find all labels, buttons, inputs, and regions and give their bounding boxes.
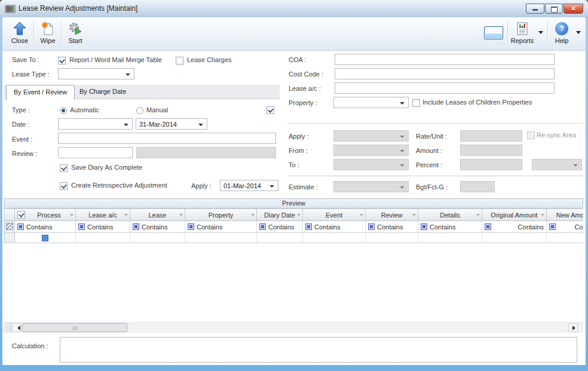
chevron-down-icon [576,31,581,36]
filter-cell-event[interactable]: Contains [303,221,366,233]
filter-type-icon[interactable] [17,223,24,230]
save-to-label: Save To : [12,56,39,63]
toolbar-wipe-button[interactable]: Wipe [35,19,60,48]
date-from-dropdown[interactable] [58,118,133,130]
process-checkbox[interactable] [42,235,48,241]
toolbar-start-button[interactable]: Start [63,19,88,48]
close-window-button[interactable]: ✕ [564,4,583,14]
reports-dropdown-button[interactable] [537,26,545,38]
calculation-textarea[interactable] [60,337,577,363]
filter-type-icon[interactable] [78,223,85,230]
lease-type-dropdown[interactable] [58,68,134,79]
column-header-original-amount[interactable]: Original Amount [482,209,547,221]
new-row-cell[interactable] [130,233,185,243]
report-merge-checkbox[interactable] [58,57,66,65]
retrospective-checkbox[interactable] [60,182,68,190]
titlebar[interactable]: Lease Review Adjustments [Maintain] ✕ [0,0,588,18]
column-header-lease[interactable]: Lease [130,209,185,221]
arrow-right-icon [572,326,578,330]
include-children-checkbox[interactable] [412,99,420,107]
filter-cell-review[interactable]: Contains [366,221,418,233]
reports-icon [514,21,530,36]
new-row-cell[interactable] [76,233,130,243]
filter-type-icon[interactable] [188,223,194,230]
filter-type-icon[interactable] [421,223,427,230]
lease-type-label: Lease Type : [12,70,50,78]
review-input[interactable] [58,147,133,158]
filter-cell-property[interactable]: Contains [185,221,257,233]
new-row-cell[interactable] [303,233,366,243]
scroll-right-button[interactable] [568,323,578,332]
filter-icon[interactable] [179,214,183,218]
apply-left-dropdown[interactable]: 01-Mar-2014 [220,180,278,191]
cost-code-input[interactable] [335,68,555,79]
filter-cell-new-amount[interactable]: Contains [547,221,583,233]
filter-icon[interactable] [476,214,480,218]
grid-new-row[interactable] [4,233,583,243]
toolbar-close-button[interactable]: Close [7,19,32,48]
report-merge-label: Report / Word Mail Merge Table [69,56,162,63]
filter-type-icon[interactable] [485,223,491,230]
save-diary-checkbox[interactable] [60,164,68,172]
new-row-cell[interactable] [366,233,418,243]
lease-ac-input[interactable] [335,82,555,94]
help-dropdown-button[interactable] [574,26,583,38]
filter-icon[interactable] [70,214,74,218]
filter-type-icon[interactable] [133,223,139,230]
column-header-property[interactable]: Property [185,209,257,221]
select-all-checkbox[interactable] [17,211,25,219]
type-automatic-radio[interactable] [60,107,67,114]
amount-field [460,145,522,156]
column-header-event[interactable]: Event [303,209,366,221]
type-manual-radio[interactable] [136,107,143,114]
filter-icon[interactable] [541,214,544,218]
filter-icon[interactable] [412,214,416,218]
lease-charges-checkbox[interactable] [176,57,183,65]
new-row-cell[interactable] [418,233,482,243]
calculation-label: Calculation : [12,342,48,349]
filter-icon[interactable] [360,214,363,218]
column-header-details[interactable]: Details [418,209,482,221]
filter-cell-original-amount[interactable]: Contains [482,221,547,233]
filter-icon[interactable] [124,214,128,218]
filter-cell-process[interactable]: Contains [15,221,76,233]
column-header-review[interactable]: Review [366,209,418,221]
tab-by-charge-date[interactable]: By Charge Date [72,85,133,99]
property-dropdown[interactable] [333,97,409,108]
column-header-process[interactable]: Process [15,209,76,221]
column-header-new-amount[interactable]: New Amount [547,209,583,221]
toolbar-help-button[interactable]: ? Help [550,19,574,48]
toolbar-panel-button[interactable] [480,19,507,48]
filter-cell-details[interactable]: Contains [418,221,482,233]
new-row-cell[interactable] [185,233,257,243]
filter-icon[interactable] [297,214,301,218]
tab-by-event-review[interactable]: By Event / Review [6,85,75,100]
coa-input[interactable] [335,54,555,65]
column-header-diary-date[interactable]: Diary Date [257,209,303,221]
event-input[interactable] [58,133,276,144]
filter-type-icon[interactable] [305,223,312,230]
toolbar-reports-button[interactable]: Reports [509,19,535,48]
new-row-cell[interactable] [257,233,303,243]
to-label: To : [289,161,299,168]
filter-cell-diary-date[interactable]: Contains [257,221,303,233]
filter-type-icon[interactable] [368,223,375,230]
filter-icon[interactable] [251,214,255,218]
scroll-left-button[interactable] [12,323,22,332]
filter-type-icon[interactable] [549,223,556,230]
new-row-cell-process[interactable] [15,233,76,243]
new-row-cell[interactable] [482,233,547,243]
filter-type-icon[interactable] [259,223,266,230]
column-header-lease-ac[interactable]: Lease a/c [76,209,130,221]
filter-cell-lease[interactable]: Contains [130,221,185,233]
scrollbar-thumb[interactable] [22,323,127,332]
type-extra-checkbox[interactable] [267,106,274,114]
cost-code-label: Cost Code : [289,70,323,78]
minimize-button[interactable] [526,4,544,14]
grid-horizontal-scrollbar[interactable] [4,322,583,333]
new-row-cell[interactable] [547,233,583,243]
restore-button[interactable] [545,4,563,14]
date-to-dropdown[interactable]: 31-Mar-2014 [136,118,207,130]
app-window: Lease Review Adjustments [Maintain] ✕ Cl… [0,0,588,371]
filter-cell-lease-ac[interactable]: Contains [76,221,130,233]
